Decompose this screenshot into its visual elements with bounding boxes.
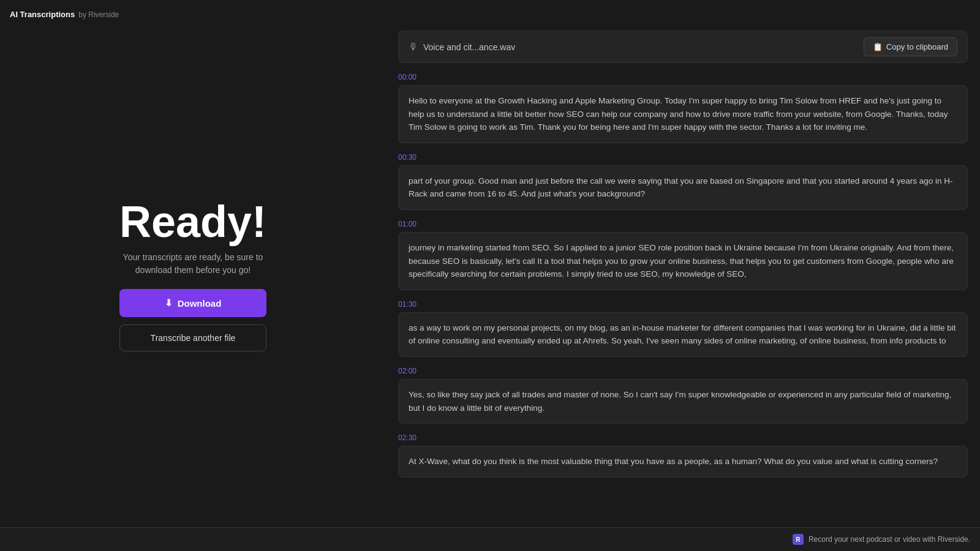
timestamp-02:00: 02:00 (398, 367, 968, 375)
transcript-block-3: as a way to work on my personal projects… (398, 312, 968, 357)
transcript-block-0: Hello to everyone at the Growth Hacking … (398, 85, 968, 143)
right-panel[interactable]: 🎙 Voice and cit...ance.wav 📋 Copy to cli… (386, 0, 980, 551)
timestamp-01:30: 01:30 (398, 300, 968, 309)
top-bar: 🎙 Voice and cit...ance.wav 📋 Copy to cli… (398, 31, 968, 63)
timestamp-02:30: 02:30 (398, 433, 968, 442)
transcript-block-2: journey in marketing started from SEO. S… (398, 232, 968, 290)
ready-title: Ready! (119, 200, 266, 244)
file-info: 🎙 Voice and cit...ance.wav (409, 42, 515, 53)
copy-label: Copy to clipboard (886, 42, 948, 51)
bottom-bar-label: Record your next podcast or video with R… (809, 535, 970, 544)
transcript-block-4: Yes, so like they say jack of all trades… (398, 379, 968, 424)
timestamp-01:00: 01:00 (398, 220, 968, 228)
left-panel: Ready! Your transcripts are ready, be su… (0, 0, 386, 551)
riverside-logo-small: R (793, 534, 804, 545)
download-icon: ⬇ (165, 298, 173, 309)
download-label: Download (178, 298, 222, 309)
file-name: Voice and cit...ance.wav (423, 42, 515, 52)
bottom-bar: R Record your next podcast or video with… (0, 527, 980, 551)
transcribe-another-button[interactable]: Transcribe another file (119, 324, 266, 351)
clipboard-icon: 📋 (873, 42, 883, 51)
transcript-container: 00:00Hello to everyone at the Growth Hac… (398, 73, 968, 478)
copy-to-clipboard-button[interactable]: 📋 Copy to clipboard (864, 37, 957, 56)
transcript-block-5: At X-Wave, what do you think is the most… (398, 446, 968, 478)
download-button[interactable]: ⬇ Download (119, 289, 266, 317)
timestamp-00:30: 00:30 (398, 153, 968, 162)
ready-subtitle: Your transcripts are ready, be sure to d… (107, 251, 279, 277)
audio-icon: 🎙 (409, 42, 418, 53)
timestamp-00:00: 00:00 (398, 73, 968, 81)
transcript-block-1: part of your group. Good man and just be… (398, 165, 968, 210)
